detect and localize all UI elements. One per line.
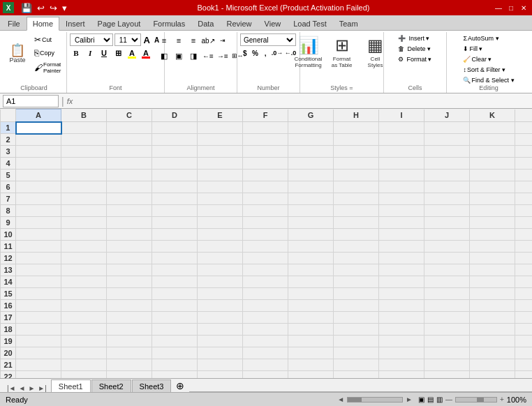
cell-L3[interactable]	[515, 146, 533, 158]
cell-A1[interactable]	[16, 122, 61, 134]
align-left-button[interactable]: ◧	[157, 49, 171, 63]
cell-E9[interactable]	[198, 217, 243, 229]
cell-L5[interactable]	[515, 170, 533, 181]
cell-L14[interactable]	[515, 276, 533, 288]
cell-E18[interactable]	[198, 324, 243, 336]
sheet-nav-prev[interactable]: ◄	[17, 384, 27, 392]
row-header-16[interactable]: 16	[1, 300, 16, 312]
cell-B4[interactable]	[61, 158, 107, 170]
cell-B6[interactable]	[61, 181, 107, 193]
font-color-button[interactable]: A	[140, 47, 152, 59]
cell-E3[interactable]	[198, 146, 243, 158]
cell-C15[interactable]	[107, 288, 152, 300]
cell-D18[interactable]	[152, 324, 198, 336]
cell-H21[interactable]	[334, 359, 379, 371]
col-header-J[interactable]: J	[424, 110, 470, 122]
cell-F11[interactable]	[243, 241, 288, 253]
cell-K10[interactable]	[470, 229, 515, 241]
cell-I1[interactable]	[379, 122, 424, 134]
cell-J4[interactable]	[424, 158, 470, 170]
cell-K2[interactable]	[470, 134, 515, 146]
cell-B9[interactable]	[61, 217, 107, 229]
cut-button[interactable]: ✂ Cut	[32, 33, 64, 46]
insert-cells-button[interactable]: ➕ Insert ▾	[396, 33, 434, 43]
number-format-select[interactable]: General	[240, 33, 296, 46]
cell-H18[interactable]	[334, 324, 379, 336]
cell-G16[interactable]	[288, 300, 334, 312]
cell-K6[interactable]	[470, 181, 515, 193]
cell-C2[interactable]	[107, 134, 152, 146]
tab-file[interactable]: File	[1, 16, 27, 30]
row-header-21[interactable]: 21	[1, 359, 16, 371]
paste-button[interactable]: 📋 Paste	[4, 33, 31, 74]
cell-G9[interactable]	[288, 217, 334, 229]
sheet-tab-sheet3[interactable]: Sheet3	[132, 379, 172, 392]
cell-C3[interactable]	[107, 146, 152, 158]
underline-button[interactable]: U	[98, 47, 110, 59]
cell-D7[interactable]	[152, 193, 198, 205]
cell-J11[interactable]	[424, 241, 470, 253]
orientation-button[interactable]: ab↗	[201, 33, 215, 47]
cell-D11[interactable]	[152, 241, 198, 253]
cell-B10[interactable]	[61, 229, 107, 241]
cell-K12[interactable]	[470, 253, 515, 264]
italic-button[interactable]: I	[84, 47, 96, 59]
cell-D12[interactable]	[152, 253, 198, 264]
cell-B5[interactable]	[61, 170, 107, 181]
cell-G20[interactable]	[288, 347, 334, 359]
row-header-3[interactable]: 3	[1, 146, 16, 158]
cell-J2[interactable]	[424, 134, 470, 146]
cell-J1[interactable]	[424, 122, 470, 134]
qat-redo[interactable]: ↪	[48, 2, 59, 14]
cell-B2[interactable]	[61, 134, 107, 146]
cell-D5[interactable]	[152, 170, 198, 181]
cell-C18[interactable]	[107, 324, 152, 336]
copy-button[interactable]: ⎘ Copy	[32, 47, 64, 59]
cell-A18[interactable]	[16, 324, 61, 336]
row-header-4[interactable]: 4	[1, 158, 16, 170]
auto-sum-button[interactable]: Σ AutoSum ▾	[461, 33, 516, 43]
cell-C6[interactable]	[107, 181, 152, 193]
cell-H11[interactable]	[334, 241, 379, 253]
cell-F8[interactable]	[243, 205, 288, 217]
cell-E11[interactable]	[198, 241, 243, 253]
cell-F16[interactable]	[243, 300, 288, 312]
col-header-E[interactable]: E	[198, 110, 243, 122]
cell-E1[interactable]	[198, 122, 243, 134]
col-header-K[interactable]: K	[470, 110, 515, 122]
cell-J22[interactable]	[424, 371, 470, 379]
col-header-G[interactable]: G	[288, 110, 334, 122]
cell-E4[interactable]	[198, 158, 243, 170]
cell-E22[interactable]	[198, 371, 243, 379]
cell-I16[interactable]	[379, 300, 424, 312]
cell-L6[interactable]	[515, 181, 533, 193]
close-button[interactable]: ✕	[518, 3, 529, 13]
cell-B11[interactable]	[61, 241, 107, 253]
cell-D4[interactable]	[152, 158, 198, 170]
cell-E10[interactable]	[198, 229, 243, 241]
row-header-17[interactable]: 17	[1, 312, 16, 324]
conditional-formatting-button[interactable]: 📊 ConditionalFormatting	[292, 33, 324, 74]
cell-F19[interactable]	[243, 336, 288, 347]
cell-C13[interactable]	[107, 264, 152, 276]
col-header-A[interactable]: A	[16, 110, 61, 122]
align-right-button[interactable]: ◨	[186, 49, 200, 63]
comma-button[interactable]: ,	[260, 47, 270, 59]
cell-I22[interactable]	[379, 371, 424, 379]
row-header-18[interactable]: 18	[1, 324, 16, 336]
cell-L2[interactable]	[515, 134, 533, 146]
cell-A15[interactable]	[16, 288, 61, 300]
cell-G19[interactable]	[288, 336, 334, 347]
cell-I11[interactable]	[379, 241, 424, 253]
row-header-22[interactable]: 22	[1, 371, 16, 379]
cell-K5[interactable]	[470, 170, 515, 181]
cell-G13[interactable]	[288, 264, 334, 276]
cell-J7[interactable]	[424, 193, 470, 205]
cell-H2[interactable]	[334, 134, 379, 146]
minimize-button[interactable]: —	[493, 3, 504, 13]
cell-E20[interactable]	[198, 347, 243, 359]
cell-F15[interactable]	[243, 288, 288, 300]
cell-B15[interactable]	[61, 288, 107, 300]
cell-C17[interactable]	[107, 312, 152, 324]
percent-button[interactable]: %	[251, 47, 260, 59]
